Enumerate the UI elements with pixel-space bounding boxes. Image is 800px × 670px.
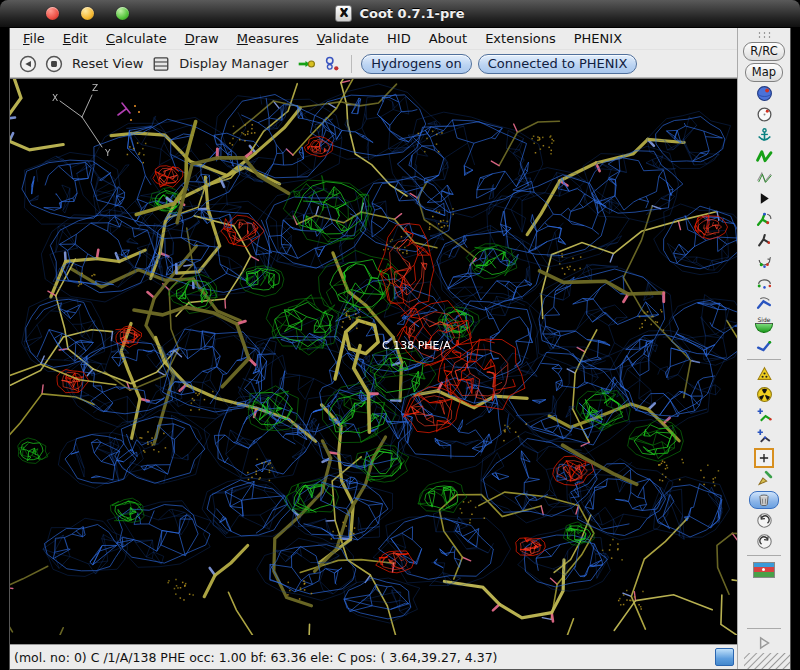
display-manager-icon <box>151 54 171 74</box>
window-title-group: X Coot 0.7.1-pre <box>335 5 464 22</box>
back-circle-button[interactable] <box>18 54 38 74</box>
toolbar-separator <box>747 555 781 556</box>
menu-item-hid[interactable]: HID <box>378 30 420 47</box>
real-space-refine-icon[interactable] <box>751 147 777 167</box>
refmac-flag-icon[interactable] <box>751 560 777 580</box>
toolbar-separator <box>351 55 352 73</box>
x11-app-icon: X <box>335 5 352 22</box>
title-bar[interactable]: X Coot 0.7.1-pre <box>0 0 800 28</box>
gl-canvas[interactable] <box>10 79 737 635</box>
add-terminal-residue-icon[interactable] <box>751 406 777 426</box>
go-to-ligand-icon[interactable] <box>322 54 342 74</box>
menu-item-draw[interactable]: Draw <box>176 30 228 47</box>
expand-play-icon[interactable] <box>751 633 777 653</box>
modelling-toolbar: R/RC Map Side <box>737 28 790 669</box>
menu-item-extensions[interactable]: Extensions <box>476 30 565 47</box>
clear-atoms-icon[interactable] <box>751 469 777 489</box>
flip-peptide-icon[interactable] <box>751 294 777 314</box>
edit-chi-angles-icon[interactable] <box>751 252 777 272</box>
status-bar: (mol. no: 0) C /1/A/138 PHE occ: 1.00 bf… <box>10 644 737 669</box>
pointer-triangle-icon[interactable] <box>751 189 777 209</box>
redo-icon[interactable] <box>751 532 777 552</box>
mutate-icon[interactable] <box>751 364 777 384</box>
simple-mutate-icon[interactable] <box>751 385 777 405</box>
phenix-connection-button[interactable]: Connected to PHENIX <box>478 54 638 74</box>
side-label: Side <box>758 317 771 323</box>
menu-bar: FileEditCalculateDrawMeasuresValidateHID… <box>10 28 737 50</box>
clock-icon[interactable] <box>751 105 777 125</box>
coot-window: X Coot 0.7.1-pre FileEditCalculateDrawMe… <box>0 0 800 670</box>
globe-icon[interactable] <box>751 84 777 104</box>
reset-view-button[interactable]: Reset View <box>70 56 145 71</box>
jed-flip-icon[interactable] <box>751 336 777 356</box>
menu-item-validate[interactable]: Validate <box>308 30 378 47</box>
toolbar-grip[interactable] <box>757 31 771 39</box>
map-button[interactable]: Map <box>745 63 783 82</box>
toolbar-separator <box>747 359 781 360</box>
anchor-icon[interactable] <box>751 126 777 146</box>
resize-grip[interactable] <box>744 653 790 669</box>
menu-item-calculate[interactable]: Calculate <box>97 30 176 47</box>
add-alt-conf-icon[interactable] <box>751 427 777 447</box>
torsion-general-icon[interactable] <box>751 273 777 293</box>
place-atom-icon[interactable] <box>751 448 777 468</box>
minimize-window-button[interactable] <box>81 7 94 20</box>
side-chain-flip-icon[interactable]: Side <box>751 315 777 335</box>
stop-circle-button[interactable] <box>44 54 64 74</box>
hydrogens-toggle-button[interactable]: Hydrogens on <box>361 54 471 74</box>
menu-item-phenix[interactable]: PHENIX <box>565 30 631 47</box>
toolbar-separator <box>747 628 781 629</box>
regularize-icon[interactable] <box>751 168 777 188</box>
status-scroll-thumb[interactable] <box>715 648 734 666</box>
undo-icon[interactable] <box>751 511 777 531</box>
stop-square-icon <box>51 61 57 67</box>
menu-item-about[interactable]: About <box>420 30 476 47</box>
window-title: Coot 0.7.1-pre <box>359 6 464 21</box>
menu-item-measures[interactable]: Measures <box>228 30 308 47</box>
window-controls <box>46 7 129 20</box>
main-toolbar: Reset View Display Manager Hydrogens on … <box>10 50 737 78</box>
rrc-button[interactable]: R/RC <box>743 42 784 61</box>
menu-item-file[interactable]: File <box>14 30 54 47</box>
molecular-viewport[interactable] <box>10 78 737 644</box>
rotamers-icon[interactable] <box>751 231 777 251</box>
zoom-window-button[interactable] <box>116 7 129 20</box>
auto-fit-rotamer-icon[interactable] <box>751 210 777 230</box>
menu-item-edit[interactable]: Edit <box>54 30 97 47</box>
close-window-button[interactable] <box>46 7 59 20</box>
display-manager-button[interactable]: Display Manager <box>177 56 290 71</box>
delete-icon[interactable] <box>751 490 777 510</box>
go-to-atom-icon[interactable] <box>296 54 316 74</box>
status-text: (mol. no: 0) C /1/A/138 PHE occ: 1.00 bf… <box>14 650 498 665</box>
